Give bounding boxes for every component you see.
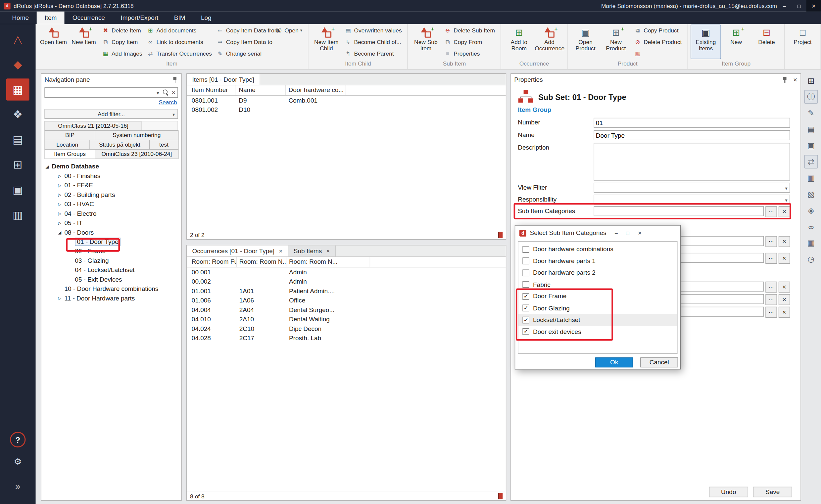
checkbox[interactable] [523,281,529,288]
ribbon-big-button[interactable]: ⊞ + New Product [601,24,631,59]
search-icon[interactable] [162,89,170,96]
menu-item[interactable]: Log [193,12,219,24]
browse-button[interactable] [765,307,777,318]
browse-button[interactable] [765,294,777,305]
name-input[interactable] [594,130,790,140]
dialog-titlebar[interactable]: Select Sub Item Categories [515,226,680,240]
category-option[interactable]: Door Frame [519,291,677,302]
menu-item[interactable]: Occurrence [65,12,113,24]
tab-test[interactable]: test [149,140,179,150]
tab-omniclass23[interactable]: OmniClass 23 [2010-06-24] [95,149,178,159]
clear-button[interactable] [779,294,790,305]
category-option[interactable]: Fabric [519,279,677,291]
category-option[interactable]: Door exit devices [519,326,677,338]
chevron-down-icon[interactable] [154,89,162,96]
tree-item[interactable]: 02 - Frame [41,247,181,256]
clear-button[interactable] [779,307,790,318]
cancel-button[interactable]: Cancel [640,357,678,367]
menu-item[interactable]: Home [4,12,37,24]
ribbon-big-button[interactable]: + New Item [68,24,99,59]
clear-button[interactable] [779,253,790,264]
tree-item[interactable]: 04 - Lockset/Latchset [41,265,181,275]
checkbox[interactable] [523,305,529,312]
product-transfer-icon[interactable]: ⇄ [804,155,818,168]
column-header[interactable]: Room: Room Fu... [189,257,237,267]
ribbon-small-button[interactable]: ⧉ Copy Product [633,24,685,36]
ribbon-small-button[interactable]: ⊖ Delete Sub Item [443,24,498,36]
ribbon-small-button[interactable]: ⊞ Add documents [145,24,215,36]
ribbon-big-button[interactable]: ▣ Open Product [570,24,601,59]
tree-item[interactable]: ▷ 04 - Electro [41,209,181,218]
ribbon-small-button[interactable]: ∞ Link to documents [145,36,215,48]
menu-item[interactable]: Item [37,12,65,24]
sub-item-categories-browse-button[interactable] [765,206,777,217]
save-button[interactable]: Save [753,487,792,497]
minimize-icon[interactable] [615,230,618,236]
log-book-icon[interactable] [498,493,503,499]
table-row[interactable]: 00.002 Admin [189,277,506,286]
table-row[interactable]: 04.004 2A04 Dental Surgeo... [189,305,506,314]
close-button[interactable] [806,0,821,12]
tree-expander-icon[interactable]: ▷ [58,202,65,206]
close-tab-icon[interactable]: ✕ [279,248,283,253]
category-option[interactable]: Door Glazing [519,302,677,314]
ribbon-small-button[interactable]: ⧉ Copy From [443,36,498,48]
tree-item[interactable]: ◢ Demo Database [41,162,181,171]
history-icon[interactable]: ◷ [804,252,818,266]
tree-item[interactable]: 01 - Door Type [41,237,181,246]
tree-item[interactable]: ▷ 01 - FF&E [41,181,181,190]
tree-item[interactable]: ▷ 00 - Finishes [41,171,181,180]
ribbon-small-button[interactable]: ⇄ Transfer Occurrences [145,48,215,59]
ribbon-big-button[interactable]: + New Item Child [311,24,342,59]
collapse-sidebar-icon[interactable]: » [6,476,29,498]
view-filter-select[interactable] [594,183,790,193]
responsibility-select[interactable] [594,195,790,205]
ribbon-small-button[interactable]: ▩ [633,48,685,59]
checkbox[interactable] [523,246,529,253]
minimize-button[interactable] [777,0,792,12]
ribbon-small-button[interactable]: ⧉ Copy Item [101,36,146,48]
reports-module-icon[interactable]: ▥ [6,204,29,226]
menu-item[interactable]: Import/Export [113,12,166,24]
table-row[interactable]: 00.001 Admin [189,267,506,277]
column-header[interactable]: Room: Room N... [286,257,370,267]
browse-button[interactable] [765,236,777,247]
clear-button[interactable] [779,236,790,247]
maximize-button[interactable] [792,0,806,12]
tree-item[interactable]: 03 - Glazing [41,256,181,265]
ribbon-small-button[interactable]: ⇒ Copy Item Data to [215,36,282,48]
checkbox[interactable] [523,257,529,264]
tree-item[interactable]: ▷ 05 - IT [41,218,181,227]
systems-module-icon[interactable]: ⊞ [6,154,29,176]
number-input[interactable] [594,118,790,128]
category-option[interactable]: Door hardware combinations [519,243,677,255]
close-panel-icon[interactable] [793,77,798,82]
sub-item-categories-input[interactable] [594,206,764,216]
table-row[interactable]: 04.024 2C10 Dipc Decon [189,324,506,333]
links-icon[interactable]: ∞ [804,220,818,233]
checkbox[interactable] [523,293,529,300]
tree-expander-icon[interactable]: ▷ [58,221,65,225]
table-row[interactable]: 0801.001 D9 Comb.001 [189,96,506,105]
clear-search-icon[interactable] [169,90,177,95]
documents-icon[interactable]: ▥ [804,171,818,185]
category-option[interactable]: Lockset/Latchset [519,314,677,326]
add-filter-button[interactable]: Add filter... [44,109,178,119]
tree-expander-icon[interactable]: ◢ [46,164,52,169]
documents-module-icon[interactable]: ▤ [6,129,29,151]
ribbon-big-button[interactable]: ▣ Existing Items [691,24,721,59]
tree-item[interactable]: ▷ 03 - HVAC [41,200,181,209]
clear-button[interactable] [779,282,790,293]
tab-items-door-type[interactable]: Items [01 - Door Type] [187,74,260,85]
column-header[interactable]: Room: Room N... [237,257,286,267]
ribbon-small-button[interactable]: ↰ Become Parent [343,48,405,59]
ribbon-big-button[interactable]: ⊞ + New [721,24,752,59]
tree-expander-icon[interactable]: ▷ [58,296,65,300]
ribbon-big-button[interactable]: Open Item [38,24,68,59]
edit-properties-icon[interactable]: ✎ [804,106,818,120]
table-row[interactable]: 0801.002 D10 [189,105,506,115]
classification-icon[interactable]: ◈ [804,204,818,217]
maximize-icon[interactable] [626,230,629,236]
tab-bip[interactable]: BIP [44,130,95,140]
category-option[interactable]: Door hardware parts 1 [519,255,677,267]
